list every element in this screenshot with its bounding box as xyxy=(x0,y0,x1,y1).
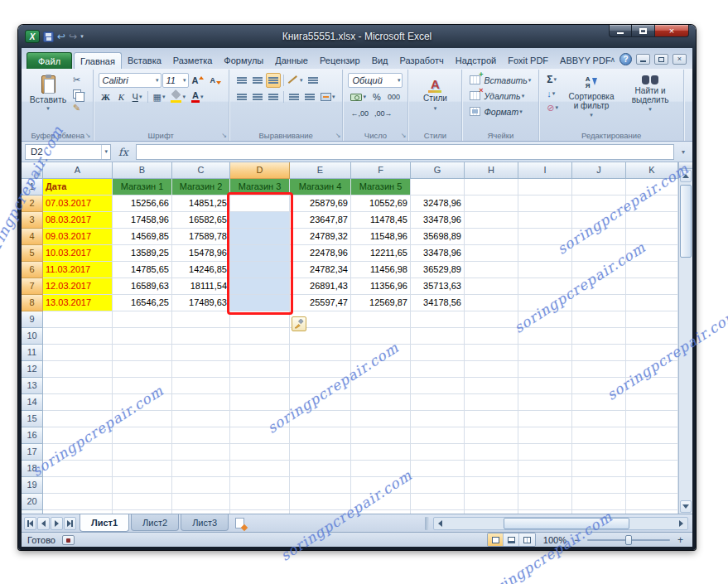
cell-C1[interactable]: Магазин 2 xyxy=(172,179,230,195)
formula-input[interactable] xyxy=(136,144,674,160)
row-header-20[interactable]: 20 xyxy=(22,494,43,510)
cell-H19[interactable] xyxy=(465,477,518,494)
row-header-16[interactable]: 16 xyxy=(22,427,43,444)
cell-A14[interactable] xyxy=(43,394,113,411)
cell-K18[interactable] xyxy=(626,461,678,477)
column-header-C[interactable]: C xyxy=(172,162,230,179)
cell-B17[interactable] xyxy=(113,444,172,461)
cell-A1[interactable]: Дата xyxy=(43,179,113,195)
cell-K8[interactable] xyxy=(626,295,678,311)
cell-E13[interactable] xyxy=(290,378,351,394)
cell-B8[interactable]: 16546,25 xyxy=(113,295,172,311)
cell-B3[interactable]: 17458,96 xyxy=(113,212,172,229)
cell-E16[interactable] xyxy=(290,427,351,444)
cell-J14[interactable] xyxy=(572,394,626,411)
autosum-button[interactable]: Σ▾ xyxy=(544,73,561,86)
row-header-11[interactable]: 11 xyxy=(22,345,43,361)
cell-D11[interactable] xyxy=(230,345,290,361)
accounting-format-button[interactable]: ▾ xyxy=(348,89,369,104)
underline-button[interactable]: Ч▾ xyxy=(130,89,145,104)
align-right-button[interactable] xyxy=(266,89,281,104)
cell-I17[interactable] xyxy=(518,444,572,461)
cell-F7[interactable]: 11356,96 xyxy=(351,278,411,295)
prev-sheet-button[interactable] xyxy=(37,517,50,530)
row-header-19[interactable]: 19 xyxy=(22,477,43,494)
cell-C9[interactable] xyxy=(172,311,230,328)
cell-H16[interactable] xyxy=(465,427,518,444)
cell-C18[interactable] xyxy=(172,461,230,477)
workbook-restore-button[interactable] xyxy=(654,54,668,65)
cell-H8[interactable] xyxy=(465,295,518,311)
file-tab[interactable]: Файл xyxy=(27,52,72,69)
cell-H10[interactable] xyxy=(465,328,518,345)
cell-G10[interactable] xyxy=(411,328,465,345)
zoom-thumb[interactable] xyxy=(625,535,632,545)
cell-H9[interactable] xyxy=(465,311,518,328)
ribbon-tab-Рецензир[interactable]: Рецензир xyxy=(314,52,366,69)
orientation-button[interactable]: ▾ xyxy=(287,73,306,88)
find-select-button[interactable]: Найти и выделить ▾ xyxy=(622,73,678,120)
zoom-level-label[interactable]: 100% xyxy=(540,535,566,545)
cell-C16[interactable] xyxy=(172,427,230,444)
paste-dropdown-icon[interactable]: ▾ xyxy=(46,105,50,112)
help-icon[interactable]: ? xyxy=(620,53,632,65)
cell-I12[interactable] xyxy=(518,361,572,378)
insert-function-button[interactable]: fx xyxy=(114,146,133,158)
next-sheet-button[interactable] xyxy=(51,517,63,530)
cell-I10[interactable] xyxy=(518,328,572,345)
cell-K5[interactable] xyxy=(626,245,678,262)
cell-H7[interactable] xyxy=(465,278,518,295)
cell-K20[interactable] xyxy=(626,494,678,510)
sort-filter-button[interactable]: АЯ Сортировка и фильтр ▾ xyxy=(563,73,620,120)
cell-F18[interactable] xyxy=(351,461,411,477)
cell-G9[interactable] xyxy=(411,311,465,328)
cell-G20[interactable] xyxy=(411,494,465,510)
cell-G17[interactable] xyxy=(411,444,465,461)
cell-F17[interactable] xyxy=(351,444,411,461)
increase-decimal-button[interactable]: ←,00 xyxy=(348,106,371,121)
grow-font-button[interactable]: А xyxy=(190,73,207,88)
cell-C15[interactable] xyxy=(172,411,230,427)
cell-H14[interactable] xyxy=(465,394,518,411)
row-header-9[interactable]: 9 xyxy=(22,311,43,328)
cell-K3[interactable] xyxy=(626,212,678,229)
cell-F20[interactable] xyxy=(351,494,411,510)
cell-F10[interactable] xyxy=(351,328,411,345)
cell-I2[interactable] xyxy=(518,195,572,212)
cell-K21[interactable] xyxy=(626,510,678,514)
cell-K12[interactable] xyxy=(626,361,678,378)
cell-A19[interactable] xyxy=(43,477,113,494)
workbook-close-button[interactable]: × xyxy=(673,54,687,65)
shrink-font-button[interactable]: А xyxy=(207,73,224,88)
cell-A3[interactable]: 08.03.2017 xyxy=(43,212,113,229)
column-header-B[interactable]: B xyxy=(113,162,172,179)
row-header-12[interactable]: 12 xyxy=(22,361,43,378)
last-sheet-button[interactable] xyxy=(64,517,76,530)
align-top-button[interactable] xyxy=(234,73,249,88)
cell-E8[interactable]: 25597,47 xyxy=(290,295,351,311)
number-format-select[interactable]: Общий▾ xyxy=(348,73,403,88)
cell-A17[interactable] xyxy=(43,444,113,461)
scroll-up-button[interactable] xyxy=(680,170,692,182)
cell-A5[interactable]: 10.03.2017 xyxy=(43,245,113,262)
cell-B19[interactable] xyxy=(113,477,172,494)
cell-I9[interactable] xyxy=(518,311,572,328)
page-break-view-button[interactable] xyxy=(519,533,535,546)
cell-J17[interactable] xyxy=(572,444,626,461)
cell-C6[interactable]: 14246,85 xyxy=(172,262,230,278)
cell-B5[interactable]: 13589,25 xyxy=(113,245,172,262)
format-painter-button[interactable]: ✎ xyxy=(70,101,88,114)
cell-F1[interactable]: Магазин 5 xyxy=(351,179,411,195)
row-header-21[interactable]: 21 xyxy=(22,510,43,514)
cell-F4[interactable]: 11548,96 xyxy=(351,229,411,245)
cell-K6[interactable] xyxy=(626,262,678,278)
cell-H18[interactable] xyxy=(465,461,518,477)
cell-H15[interactable] xyxy=(465,411,518,427)
italic-button[interactable]: К xyxy=(114,89,129,104)
vertical-scroll-track[interactable] xyxy=(680,183,692,500)
ribbon-tab-Вставка[interactable]: Вставка xyxy=(122,52,167,69)
increase-indent-button[interactable] xyxy=(302,89,317,104)
close-button[interactable]: × xyxy=(654,25,689,37)
cell-J6[interactable] xyxy=(572,262,626,278)
zoom-in-button[interactable]: + xyxy=(674,533,687,546)
